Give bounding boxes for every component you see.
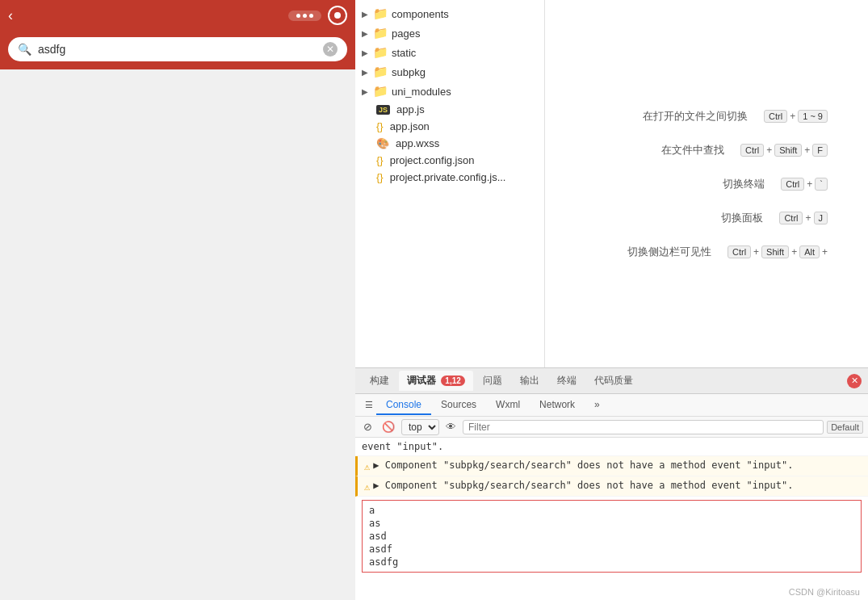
folder-icon: 📁 bbox=[373, 65, 388, 79]
target-icon bbox=[328, 6, 347, 25]
console-warning-2: ⚠ ▶ Component "subpkg/search/search" doe… bbox=[355, 476, 868, 497]
folder-icon: 📁 bbox=[373, 84, 388, 99]
clear-button[interactable]: ✕ bbox=[323, 42, 338, 57]
folder-icon: 📁 bbox=[373, 6, 388, 21]
folder-icon: 📁 bbox=[373, 26, 388, 40]
console-filter-input[interactable] bbox=[463, 420, 824, 434]
console-sidebar-toggle[interactable]: ☰ bbox=[362, 398, 376, 412]
search-input[interactable] bbox=[38, 43, 317, 56]
tab-wxml[interactable]: Wxml bbox=[486, 396, 530, 415]
warning-icon: ⚠ bbox=[364, 459, 370, 474]
tree-item-static[interactable]: ▶ 📁 static bbox=[355, 43, 544, 62]
console-sub-tabs: ☰ Console Sources Wxml Network » bbox=[355, 394, 868, 417]
context-selector[interactable]: top bbox=[401, 419, 439, 435]
tree-item-project-private[interactable]: {} project.private.config.js... bbox=[355, 169, 544, 186]
console-warning-1: ⚠ ▶ Component "subpkg/search/search" doe… bbox=[355, 456, 868, 476]
back-button[interactable]: ‹ bbox=[8, 7, 13, 24]
shortcuts-panel: 在打开的文件之间切换 Ctrl + 1 ~ 9 在文件中查找 Ctrl + Sh… bbox=[545, 0, 868, 367]
devtools-main-tabs: 构建 调试器 1,12 问题 输出 终端 代码质量 ✕ bbox=[355, 368, 868, 394]
tree-item-uni_modules[interactable]: ▶ 📁 uni_modules bbox=[355, 82, 544, 101]
shortcut-toggle-sidebar: 切换侧边栏可见性 Ctrl + Shift + Alt + bbox=[569, 235, 844, 269]
tab-build[interactable]: 构建 bbox=[362, 371, 397, 391]
top-bar: ‹ bbox=[0, 0, 355, 31]
search-area: 🔍 ✕ bbox=[0, 31, 355, 69]
tree-item-components[interactable]: ▶ 📁 components bbox=[355, 4, 544, 23]
tab-more[interactable]: » bbox=[585, 396, 610, 415]
json-file-icon: {} bbox=[376, 171, 384, 183]
close-devtools-button[interactable]: ✕ bbox=[847, 374, 862, 388]
tree-item-project-config[interactable]: {} project.config.json bbox=[355, 152, 544, 169]
console-toolbar: ⊘ 🚫 top 👁 Default bbox=[355, 417, 868, 438]
tree-arrow: ▶ bbox=[362, 29, 368, 38]
search-icon: 🔍 bbox=[18, 43, 31, 56]
eye-icon-button[interactable]: 👁 bbox=[442, 419, 459, 434]
tab-output[interactable]: 输出 bbox=[512, 371, 547, 391]
typed-value-line: as bbox=[369, 517, 854, 530]
console-filter-toggle[interactable]: ⊘ bbox=[360, 419, 375, 434]
console-content: event "input". ⚠ ▶ Component "subpkg/sea… bbox=[355, 438, 868, 600]
mobile-preview-area bbox=[0, 73, 355, 600]
tree-item-app-json[interactable]: {} app.json bbox=[355, 118, 544, 135]
devtools-panel: 构建 调试器 1,12 问题 输出 终端 代码质量 ✕ bbox=[355, 367, 868, 600]
shortcut-toggle-panel: 切换面板 Ctrl + J bbox=[569, 201, 844, 235]
shortcut-find-in-file: 在文件中查找 Ctrl + Shift + F bbox=[569, 133, 844, 167]
console-clear-button[interactable]: 🚫 bbox=[379, 419, 398, 434]
tab-debug[interactable]: 调试器 1,12 bbox=[399, 371, 473, 391]
warning-icon: ⚠ bbox=[364, 480, 370, 494]
tab-issues[interactable]: 问题 bbox=[475, 371, 510, 391]
shortcut-switch-files: 在打开的文件之间切换 Ctrl + 1 ~ 9 bbox=[569, 99, 844, 133]
shortcut-toggle-terminal: 切换终端 Ctrl + ` bbox=[569, 167, 844, 201]
tree-arrow: ▶ bbox=[362, 87, 368, 96]
tree-arrow: ▶ bbox=[362, 10, 368, 19]
tree-item-pages[interactable]: ▶ 📁 pages bbox=[355, 23, 544, 43]
typed-values-box: a as asd asdf asdfg bbox=[362, 500, 862, 573]
debug-badge: 1,12 bbox=[441, 376, 464, 386]
js-file-icon: JS bbox=[376, 105, 390, 115]
tab-codequality[interactable]: 代码质量 bbox=[586, 371, 641, 391]
typed-value-line: a bbox=[369, 504, 854, 517]
watermark: CSDN @Kiritoasu bbox=[789, 587, 860, 597]
tree-item-app-js[interactable]: JS app.js bbox=[355, 101, 544, 118]
tab-terminal[interactable]: 终端 bbox=[549, 371, 585, 391]
json-file-icon: {} bbox=[376, 120, 384, 132]
console-line: event "input". bbox=[355, 438, 868, 456]
tree-item-app-wxss[interactable]: 🎨 app.wxss bbox=[355, 135, 544, 152]
typed-value-line: asdf bbox=[369, 543, 854, 556]
tree-arrow: ▶ bbox=[362, 68, 368, 77]
typed-value-line: asd bbox=[369, 530, 854, 543]
tree-arrow: ▶ bbox=[362, 48, 368, 57]
more-options-button[interactable] bbox=[288, 10, 321, 21]
json-file-icon: {} bbox=[376, 154, 384, 166]
default-level-badge: Default bbox=[827, 421, 863, 434]
tab-sources[interactable]: Sources bbox=[431, 396, 486, 415]
wxss-file-icon: 🎨 bbox=[376, 137, 389, 149]
tree-item-subpkg[interactable]: ▶ 📁 subpkg bbox=[355, 62, 544, 82]
typed-value-line: asdfg bbox=[369, 556, 854, 569]
tab-console[interactable]: Console bbox=[376, 396, 431, 415]
tab-network[interactable]: Network bbox=[530, 396, 585, 415]
folder-icon: 📁 bbox=[373, 45, 388, 60]
